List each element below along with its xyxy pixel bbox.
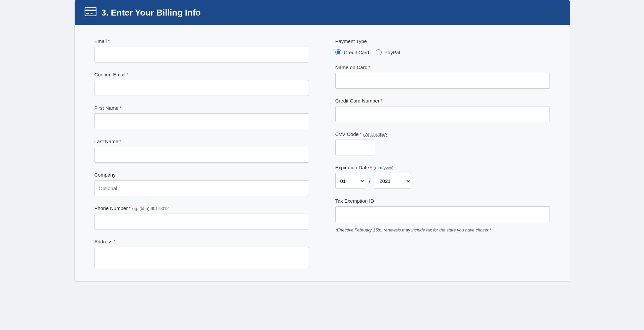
cvv-label: CVV Code*(What is this?) bbox=[335, 131, 550, 137]
first-name-input[interactable] bbox=[95, 113, 309, 129]
expiration-date-label: Expiration Date*(mm/yyyy) bbox=[335, 165, 550, 170]
phone-input[interactable] bbox=[95, 214, 309, 229]
payment-options: Credit Card PayPal bbox=[335, 49, 550, 55]
email-input[interactable] bbox=[95, 47, 309, 62]
svg-rect-0 bbox=[85, 7, 96, 16]
expiration-year-select[interactable]: 2021 2022 2023 2024 2025 2026 2027 2028 … bbox=[375, 173, 411, 189]
address-required: * bbox=[114, 239, 116, 244]
exp-required: * bbox=[370, 165, 372, 170]
first-name-label: First Name* bbox=[95, 105, 309, 111]
tax-exemption-input[interactable] bbox=[335, 206, 550, 222]
credit-card-option[interactable]: Credit Card bbox=[335, 49, 369, 55]
confirm-email-input[interactable] bbox=[95, 80, 309, 96]
last-name-required: * bbox=[119, 139, 121, 144]
right-column: Payment Type Credit Card PayPal bbox=[335, 38, 550, 268]
cvv-input[interactable] bbox=[335, 140, 375, 155]
email-required: * bbox=[108, 38, 110, 44]
tax-exemption-label: Tax Exemption ID bbox=[335, 198, 550, 204]
tax-exemption-field-group: Tax Exemption ID *Effective February 15t… bbox=[335, 198, 550, 233]
credit-card-number-input[interactable] bbox=[335, 106, 550, 122]
credit-card-number-label: Credit Card Number* bbox=[335, 98, 550, 103]
payment-type-group: Payment Type Credit Card PayPal bbox=[335, 38, 550, 55]
last-name-label: Last Name* bbox=[95, 139, 309, 144]
expiration-date-field-group: Expiration Date*(mm/yyyy) 01 02 03 04 05… bbox=[335, 165, 550, 189]
name-on-card-required: * bbox=[368, 64, 370, 70]
credit-card-icon bbox=[85, 7, 96, 19]
cvv-what-is-this[interactable]: (What is this?) bbox=[363, 132, 389, 137]
first-name-field-group: First Name* bbox=[95, 105, 309, 129]
svg-rect-3 bbox=[91, 13, 93, 14]
expiration-month-select[interactable]: 01 02 03 04 05 06 07 08 09 10 11 12 bbox=[335, 173, 365, 189]
exp-format: (mm/yyyy) bbox=[374, 165, 394, 170]
confirm-email-label: Confirm Email* bbox=[95, 72, 309, 77]
left-column: Email* Confirm Email* First Name* bbox=[95, 38, 309, 268]
confirm-email-field-group: Confirm Email* bbox=[95, 72, 309, 96]
credit-card-label: Credit Card bbox=[344, 50, 369, 55]
company-input[interactable] bbox=[95, 180, 309, 196]
last-name-field-group: Last Name* bbox=[95, 139, 309, 163]
email-field-group: Email* bbox=[95, 38, 309, 62]
form-card: 3. Enter Your Billing Info Email* Confir… bbox=[74, 0, 570, 282]
phone-hint: eg. (555) 901-9012 bbox=[132, 206, 169, 211]
name-on-card-label: Name on Card* bbox=[335, 64, 550, 70]
page-title: 3. Enter Your Billing Info bbox=[101, 8, 201, 18]
credit-card-number-field-group: Credit Card Number* bbox=[335, 98, 550, 122]
paypal-label: PayPal bbox=[384, 50, 400, 55]
email-label: Email* bbox=[95, 38, 309, 44]
address-field-group: Address* bbox=[95, 239, 309, 268]
form-body: Email* Confirm Email* First Name* bbox=[75, 25, 570, 281]
page-container: 3. Enter Your Billing Info Email* Confir… bbox=[0, 0, 644, 330]
svg-rect-2 bbox=[86, 13, 89, 14]
credit-card-radio[interactable] bbox=[335, 49, 341, 55]
last-name-input[interactable] bbox=[95, 147, 309, 163]
form-header: 3. Enter Your Billing Info bbox=[75, 0, 570, 25]
name-on-card-field-group: Name on Card* bbox=[335, 64, 550, 89]
phone-field-group: Phone Number*eg. (555) 901-9012 bbox=[95, 205, 309, 229]
name-on-card-input[interactable] bbox=[335, 73, 550, 89]
phone-label: Phone Number*eg. (555) 901-9012 bbox=[95, 205, 309, 211]
expiration-row: 01 02 03 04 05 06 07 08 09 10 11 12 bbox=[335, 173, 550, 189]
cvv-field-group: CVV Code*(What is this?) bbox=[335, 131, 550, 155]
svg-rect-1 bbox=[85, 10, 96, 11]
first-name-required: * bbox=[120, 105, 122, 111]
address-input[interactable] bbox=[95, 247, 309, 268]
confirm-email-required: * bbox=[127, 72, 129, 77]
paypal-option[interactable]: PayPal bbox=[376, 49, 400, 55]
payment-type-label: Payment Type bbox=[335, 38, 550, 44]
cvv-required: * bbox=[360, 131, 361, 137]
company-field-group: Company bbox=[95, 172, 309, 196]
company-label: Company bbox=[95, 172, 309, 178]
paypal-radio[interactable] bbox=[376, 49, 382, 55]
address-label: Address* bbox=[95, 239, 309, 244]
phone-required: * bbox=[129, 205, 131, 211]
ccn-required: * bbox=[381, 98, 383, 103]
expiration-slash: / bbox=[369, 178, 371, 185]
tax-note: *Effective February 15th, renewals may i… bbox=[335, 227, 550, 233]
